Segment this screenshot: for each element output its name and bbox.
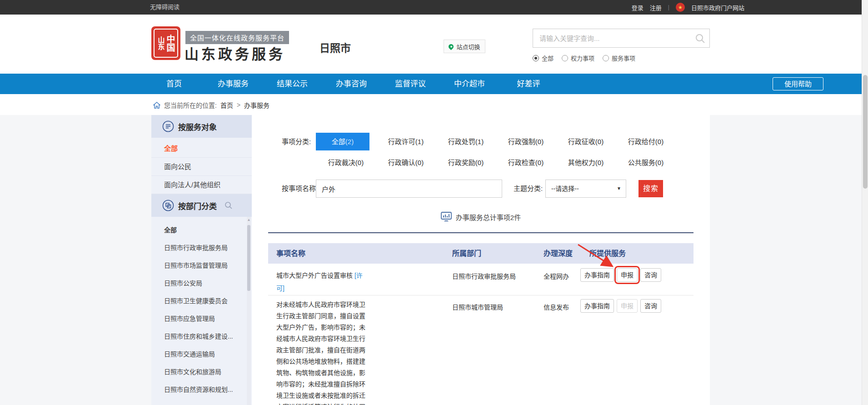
register-link[interactable]: 注册	[650, 3, 662, 12]
tab-label: 行政给付	[628, 138, 655, 145]
category-tab-all[interactable]: 全部(2)	[316, 133, 369, 150]
summary-text: 办事服务总计事项2件	[456, 212, 521, 222]
col-header-services: 所提供服务	[577, 243, 693, 264]
consult-button[interactable]: 咨询	[640, 299, 661, 313]
dept-item[interactable]: 日照市公安局	[151, 275, 252, 292]
guide-button[interactable]: 办事指南	[580, 299, 614, 313]
tab-count: (1)	[475, 138, 484, 145]
sidebar-item-citizen[interactable]: 面向公民	[151, 158, 252, 176]
item-name-input[interactable]	[316, 180, 502, 198]
section-divider	[268, 232, 693, 233]
sidebar-item-all[interactable]: 全部	[151, 140, 252, 158]
service-buttons: 办事指南 申报 咨询	[580, 268, 693, 282]
category-tab[interactable]: 行政检查(0)	[496, 154, 556, 171]
tab-label: 行政检查	[508, 159, 535, 166]
guide-button[interactable]: 办事指南	[580, 268, 614, 282]
department-search-icon[interactable]	[224, 201, 233, 210]
item-department: 日照市行政审批服务局	[445, 264, 532, 295]
search-button[interactable]: 搜索	[639, 180, 663, 197]
scope-label: 权力事项	[571, 54, 594, 62]
keyword-search-input[interactable]	[533, 29, 709, 47]
dept-item[interactable]: 日照市自然资源和规划...	[151, 381, 252, 399]
site-header: 山东 中国 全国一体化在线政务服务平台 山东政务服务 日照市 站点切换 全部 权…	[0, 15, 868, 74]
category-tab[interactable]: 行政处罚(1)	[436, 133, 496, 150]
category-tab[interactable]: 行政许可(1)	[376, 133, 436, 150]
item-department: 日照市城市管理局	[445, 295, 532, 405]
tab-count: (0)	[475, 159, 484, 166]
department-scrollbar-thumb[interactable]	[247, 225, 250, 291]
dept-item[interactable]: 日照市卫生健康委员会	[151, 292, 252, 310]
page: 无障碍阅读 登录 注册 | ★ 日照市政府门户网站 山东 中国 全国一体化在线政…	[0, 0, 868, 405]
category-tab[interactable]: 行政强制(0)	[496, 133, 556, 150]
table-header: 事项名称 所属部门 办理深度 所提供服务	[268, 243, 693, 264]
dept-item[interactable]: 日照市交通运输局	[151, 345, 252, 363]
col-header-item-name: 事项名称	[268, 243, 445, 264]
dept-item[interactable]: 日照市住房和城乡建设...	[151, 328, 252, 345]
scope-option-power[interactable]: 权力事项	[562, 54, 594, 62]
nav-item-supervision[interactable]: 监督评议	[381, 74, 440, 94]
page-scrollbar-thumb[interactable]	[863, 75, 868, 189]
sidebar-section-title: 按部门分类	[178, 200, 217, 211]
breadcrumb-prefix: 您当前所在的位置:	[164, 100, 217, 110]
tab-label: 全部	[332, 138, 345, 145]
topic-select[interactable]: --请选择-- ▼	[545, 180, 626, 198]
category-tab[interactable]: 公共服务(0)	[616, 154, 676, 171]
item-name: 城市大型户外广告设置审核 [许可]	[276, 269, 366, 295]
sidebar-section-title: 按服务对象	[178, 121, 217, 132]
department-list: 全部 日照市行政审批服务局 日照市市场监督管理局 日照市公安局 日照市卫生健康委…	[151, 217, 252, 399]
breadcrumb-separator: >	[237, 101, 240, 109]
scope-option-all[interactable]: 全部	[533, 54, 554, 62]
radio-icon	[603, 55, 609, 61]
site-switch-button[interactable]: 站点切换	[444, 40, 485, 53]
col-header-depth: 办理深度	[532, 243, 577, 264]
page-scrollbar[interactable]	[862, 0, 868, 405]
search-scope-options: 全部 权力事项 服务事项	[533, 54, 635, 62]
scope-option-service[interactable]: 服务事项	[603, 54, 635, 62]
category-tab[interactable]: 行政给付(0)	[616, 133, 676, 150]
search-icon[interactable]	[695, 33, 706, 44]
nav-item-consult[interactable]: 办事咨询	[322, 74, 381, 94]
help-button[interactable]: 使用帮助	[773, 77, 823, 90]
department-scrollbar[interactable]: ▲	[247, 217, 251, 405]
sidebar-item-legal-person[interactable]: 面向法人/其他组织	[151, 176, 252, 194]
tab-count: (1)	[415, 138, 424, 145]
dept-item[interactable]: 日照市行政审批服务局	[151, 239, 252, 257]
category-tab[interactable]: 行政确认(0)	[376, 154, 436, 171]
nav-item-home[interactable]: 首页	[145, 74, 204, 94]
dept-item-all[interactable]: 全部	[151, 221, 252, 239]
login-link[interactable]: 登录	[632, 3, 644, 12]
tab-count: (0)	[415, 159, 424, 166]
nav-item-services[interactable]: 办事服务	[204, 74, 263, 94]
tab-count: (0)	[595, 138, 604, 145]
dept-item[interactable]: 日照市市场监督管理局	[151, 257, 252, 275]
category-tab[interactable]: 行政奖励(0)	[436, 154, 496, 171]
breadcrumb-bar: 您当前所在的位置: 首页 > 办事服务	[0, 94, 868, 115]
site-switch-label: 站点切换	[456, 42, 480, 51]
shandong-seal-logo: 山东 中国	[151, 26, 180, 60]
dept-item[interactable]: 日照市应急管理局	[151, 310, 252, 328]
item-depth: 信息发布	[532, 295, 577, 405]
department-icon	[162, 200, 174, 211]
tab-label: 行政征收	[568, 138, 595, 145]
tab-count: (2)	[345, 138, 354, 145]
apply-button-highlighted[interactable]: 申报	[617, 268, 638, 282]
category-tab[interactable]: 行政裁决(0)	[316, 154, 376, 171]
category-tab[interactable]: 行政征收(0)	[556, 133, 616, 150]
portal-site-link[interactable]: 日照市政府门户网站	[691, 3, 744, 12]
site-brand: 山东政务服务	[185, 43, 285, 63]
dept-item[interactable]: 日照市文化和旅游局	[151, 363, 252, 381]
category-tab[interactable]: 其他权力(0)	[556, 154, 616, 171]
accessibility-link[interactable]: 无障碍阅读	[150, 0, 180, 15]
national-emblem-icon: ★	[676, 3, 685, 12]
breadcrumb-home-link[interactable]: 首页	[220, 100, 233, 110]
tab-label: 公共服务	[628, 159, 655, 166]
service-target-list: 全部 面向公民 面向法人/其他组织	[151, 138, 252, 194]
service-buttons: 办事指南 申报 咨询	[580, 299, 693, 313]
nav-item-rating[interactable]: 好差评	[499, 74, 558, 94]
main-nav: 首页 办事服务 结果公示 办事咨询 监督评议 中介超市 好差评 使用帮助	[0, 74, 868, 94]
scope-label: 全部	[542, 54, 554, 62]
scroll-up-arrow-icon[interactable]: ▲	[247, 217, 251, 223]
nav-item-agency[interactable]: 中介超市	[440, 74, 499, 94]
nav-item-results[interactable]: 结果公示	[263, 74, 322, 94]
consult-button[interactable]: 咨询	[640, 268, 661, 282]
